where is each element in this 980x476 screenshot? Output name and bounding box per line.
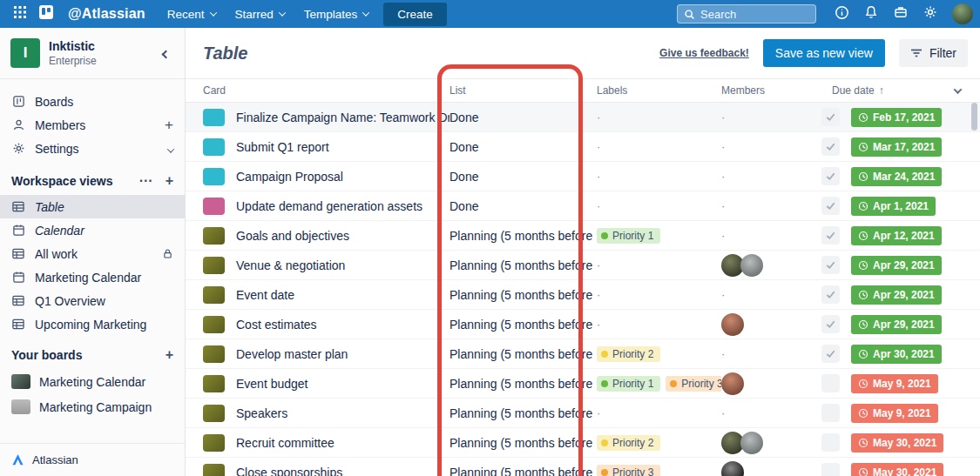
info-button[interactable]	[828, 3, 855, 25]
complete-checkbox[interactable]	[821, 463, 840, 476]
trello-home-button[interactable]	[33, 3, 59, 25]
due-date-badge[interactable]: May 9, 2021	[851, 404, 938, 423]
due-date-badge[interactable]: Apr 1, 2021	[851, 197, 936, 216]
complete-checkbox[interactable]	[821, 167, 840, 185]
due-date-badge[interactable]: Feb 17, 2021	[851, 108, 942, 127]
due-date-badge[interactable]: May 9, 2021	[851, 374, 938, 393]
complete-checkbox[interactable]	[821, 374, 840, 392]
column-header-labels[interactable]: Labels	[597, 84, 721, 97]
member-avatar[interactable]	[740, 254, 763, 277]
workspace-switch-button[interactable]	[888, 3, 914, 25]
filter-button[interactable]: Filter	[899, 39, 968, 67]
complete-checkbox[interactable]	[821, 256, 840, 274]
sidebar-view-q1-overview[interactable]: Q1 Overview	[0, 289, 185, 312]
complete-checkbox[interactable]	[821, 285, 840, 304]
complete-checkbox[interactable]	[821, 315, 840, 333]
table-row[interactable]: SpeakersPlanning (5 months before··May 9…	[186, 399, 980, 428]
view-label: Upcoming Marketing	[35, 318, 146, 332]
label-pill-priority-3[interactable]: Priority 3	[666, 376, 721, 392]
list-value: Planning (5 months before	[449, 436, 592, 450]
member-avatar[interactable]	[740, 432, 763, 454]
sidebar-board-marketing-calendar[interactable]: Marketing Calendar	[0, 369, 185, 394]
feedback-link[interactable]: Give us feedback!	[659, 47, 749, 59]
search-box[interactable]	[677, 4, 816, 23]
complete-checkbox[interactable]	[821, 137, 840, 156]
table-row[interactable]: Goals and objectivesPlanning (5 months b…	[186, 221, 980, 251]
labels-cell: Priority 1Priority 3	[597, 376, 721, 392]
due-date-badge[interactable]: May 30, 2021	[851, 463, 943, 476]
menu-templates[interactable]: Templates	[294, 0, 379, 28]
due-date-badge[interactable]: Apr 29, 2021	[851, 285, 942, 305]
sidebar-collapse-button[interactable]	[158, 40, 174, 66]
due-date-badge[interactable]: Apr 29, 2021	[851, 256, 942, 275]
table-row[interactable]: Update demand generation assetsDone··Apr…	[186, 191, 980, 221]
sidebar-view-table[interactable]: Table	[0, 195, 185, 218]
complete-checkbox[interactable]	[821, 404, 840, 422]
table-row[interactable]: Submit Q1 reportDone··Mar 17, 2021	[186, 132, 980, 162]
save-as-new-view-button[interactable]: Save as new view	[763, 39, 885, 67]
card-cover-swatch	[203, 227, 225, 245]
sidebar-view-calendar[interactable]: Calendar	[0, 218, 185, 242]
card-cover-swatch	[203, 109, 225, 126]
due-date-badge[interactable]: Mar 24, 2021	[851, 167, 942, 186]
complete-checkbox[interactable]	[821, 433, 840, 452]
sidebar-item-boards[interactable]: Boards	[0, 90, 185, 113]
vertical-scrollbar-thumb[interactable]	[971, 103, 977, 131]
menu-starred[interactable]: Starred	[226, 0, 294, 28]
views-more-button[interactable]: ···	[139, 174, 153, 188]
menu-recent[interactable]: Recent	[158, 0, 226, 28]
label-pill-priority-3[interactable]: Priority 3	[597, 465, 660, 476]
table-row[interactable]: Cost estimatesPlanning (5 months before·…	[186, 310, 980, 339]
member-avatar[interactable]	[721, 461, 744, 476]
complete-checkbox[interactable]	[821, 108, 840, 126]
column-header-due-date[interactable]: Due date	[832, 84, 875, 97]
table-row[interactable]: Event datePlanning (5 months before··Apr…	[186, 280, 980, 310]
column-options-button[interactable]	[955, 88, 980, 94]
bell-icon	[864, 5, 878, 23]
label-pill-priority-2[interactable]: Priority 2	[597, 435, 660, 451]
expand-settings-button[interactable]	[168, 141, 173, 156]
due-date-badge[interactable]: Apr 29, 2021	[851, 315, 942, 334]
add-view-button[interactable]: +	[166, 174, 173, 188]
list-cell: Planning (5 months before	[449, 377, 597, 391]
member-avatar[interactable]	[721, 313, 744, 336]
sidebar-view-upcoming-marketing[interactable]: Upcoming Marketing	[0, 312, 185, 336]
table-row[interactable]: Recruit committeePlanning (5 months befo…	[186, 428, 980, 458]
sidebar-board-marketing-campaign[interactable]: Marketing Campaign	[0, 394, 185, 419]
label-pill-priority-1[interactable]: Priority 1	[597, 228, 660, 244]
complete-checkbox[interactable]	[821, 197, 840, 215]
column-header-card[interactable]: Card	[203, 84, 449, 97]
due-date-badge[interactable]: Mar 17, 2021	[851, 137, 942, 157]
settings-button[interactable]	[917, 3, 943, 25]
table-body: Finalize Campaign Name: Teamwork Dream W…	[186, 103, 980, 476]
member-avatar[interactable]	[721, 372, 744, 395]
table-row[interactable]: Venue & negotiationPlanning (5 months be…	[186, 251, 980, 280]
sidebar-item-settings[interactable]: Settings	[0, 137, 185, 160]
label-pill-priority-1[interactable]: Priority 1	[597, 376, 660, 392]
sidebar-view-marketing-calendar[interactable]: Marketing Calendar	[0, 265, 185, 289]
table-row[interactable]: Finalize Campaign Name: Teamwork Dream W…	[186, 103, 980, 132]
sidebar-view-all-work[interactable]: All work	[0, 242, 185, 265]
label-pill-priority-2[interactable]: Priority 2	[597, 346, 660, 362]
sidebar-item-members[interactable]: Members+	[0, 113, 185, 137]
search-input[interactable]	[700, 8, 809, 21]
atlassian-logo[interactable]: @Atlassian	[68, 6, 145, 22]
due-date-badge[interactable]: Apr 30, 2021	[851, 345, 942, 364]
app-switcher-button[interactable]	[7, 3, 33, 25]
column-header-members[interactable]: Members	[721, 84, 832, 97]
table-row[interactable]: Campaign ProposalDone··Mar 24, 2021	[186, 162, 980, 191]
add-board-button[interactable]: +	[166, 348, 173, 362]
due-date-badge[interactable]: May 30, 2021	[851, 433, 943, 453]
due-date-badge[interactable]: Apr 12, 2021	[851, 226, 942, 245]
table-row[interactable]: Close sponsorshipsPlanning (5 months bef…	[186, 458, 980, 476]
add-members-button[interactable]: +	[165, 117, 173, 132]
complete-checkbox[interactable]	[821, 226, 840, 245]
user-avatar[interactable]	[952, 3, 973, 24]
table-row[interactable]: Event budgetPlanning (5 months beforePri…	[186, 369, 980, 399]
create-button[interactable]: Create	[383, 3, 447, 26]
list-cell: Planning (5 months before	[449, 229, 597, 243]
column-header-list[interactable]: List	[449, 84, 597, 97]
notifications-button[interactable]	[858, 3, 884, 25]
table-row[interactable]: Develop master planPlanning (5 months be…	[186, 339, 980, 369]
complete-checkbox[interactable]	[821, 345, 840, 363]
